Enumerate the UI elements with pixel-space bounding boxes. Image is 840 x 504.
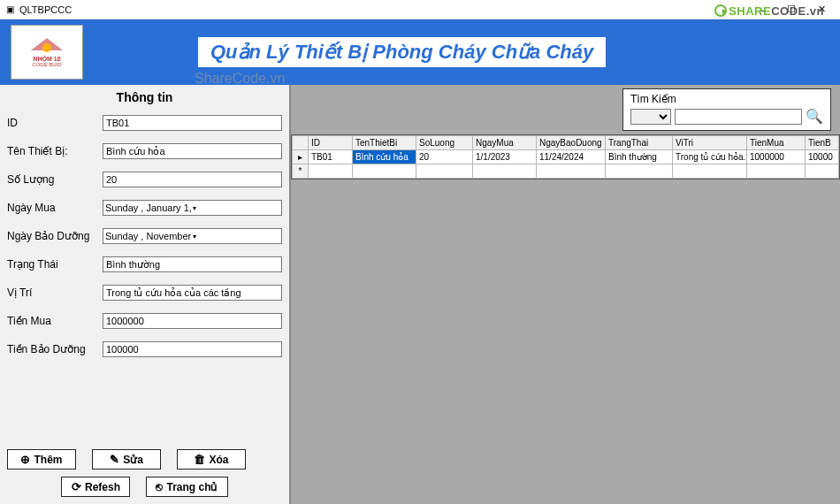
info-panel: Thông tin ID Tên Thiết Bị: Số Lượng Ngày… (0, 85, 291, 504)
exit-icon: ⎋ (156, 481, 163, 493)
col-tt[interactable]: TrangThai (606, 136, 673, 150)
label-nbd: Ngày Bảo Dưỡng (7, 230, 103, 242)
input-ten[interactable] (103, 143, 282, 159)
col-tm[interactable]: TienMua (747, 136, 806, 150)
input-trangthai[interactable] (103, 256, 282, 272)
maximize-button[interactable]: ☐ (776, 0, 806, 19)
label-nm: Ngày Mua (7, 202, 103, 214)
logo-text-2: CODE BUID (32, 62, 61, 67)
cell-vt[interactable]: Trong tủ cứu hỏa... (673, 150, 747, 164)
edit-label: Sửa (123, 454, 143, 466)
plus-circle-icon: ⊕ (20, 453, 30, 466)
col-tbd[interactable]: TienB (806, 136, 839, 150)
cell-nbd[interactable]: 11/24/2024 (537, 150, 606, 164)
input-sl[interactable] (103, 172, 282, 187)
datepicker-ngaybaoduong-text: Sunday , November 24, 2 (105, 231, 191, 241)
table-row[interactable]: ▸ TB01 Bình cứu hỏa 20 1/1/2023 11/24/20… (293, 150, 839, 164)
home-button[interactable]: ⎋ Trang chủ (146, 477, 227, 497)
input-tienbaoduong[interactable] (103, 341, 282, 357)
refresh-icon: ⟳ (72, 480, 81, 493)
cell-ten[interactable]: Bình cứu hỏa (353, 150, 416, 164)
cell-tm[interactable]: 1000000 (747, 150, 806, 164)
label-id: ID (7, 117, 103, 129)
grid-header-row: ID TenThietBi SoLuong NgayMua NgayBaoDuo… (293, 136, 839, 150)
datepicker-ngaymua-text: Sunday , January 1, 2 (105, 202, 191, 213)
add-button[interactable]: ⊕ Thêm (7, 449, 76, 470)
app-logo: NHÓM 10 CODE BUID (11, 25, 83, 80)
pencil-icon: ✎ (110, 453, 119, 466)
input-vitri[interactable] (103, 285, 282, 301)
label-vt: Vị Trí (7, 286, 103, 299)
header-title-box: Quản Lý Thiết Bị Phòng Cháy Chữa Cháy (198, 37, 606, 67)
edit-button[interactable]: ✎ Sửa (92, 449, 161, 470)
row-indicator-icon: ▸ (293, 150, 309, 164)
add-label: Thêm (34, 454, 62, 466)
label-ten: Tên Thiết Bị: (7, 145, 103, 157)
titlebar: ▣ QLTBPCCC — ☐ ✕ (0, 0, 840, 19)
chevron-down-icon: ▾ (191, 233, 280, 241)
delete-label: Xóa (209, 454, 228, 466)
header-band: NHÓM 10 CODE BUID Quản Lý Thiết Bị Phòng… (0, 19, 840, 85)
input-tienmua[interactable] (103, 313, 282, 329)
label-tm: Tiền Mua (7, 315, 103, 327)
search-box: Tìm Kiếm 🔍 (622, 88, 831, 131)
data-panel: Tìm Kiếm 🔍 ID TenThietBi SoLuong NgayMua (291, 85, 840, 504)
app-icon: ▣ (4, 4, 16, 16)
panel-title: Thông tin (7, 88, 282, 110)
input-id[interactable] (103, 115, 282, 131)
close-button[interactable]: ✕ (806, 0, 836, 19)
app-title: Quản Lý Thiết Bị Phòng Cháy Chữa Cháy (210, 41, 593, 63)
window-title: QLTBPCCC (19, 4, 746, 15)
search-title: Tìm Kiếm (630, 93, 823, 105)
cell-nm[interactable]: 1/1/2023 (473, 150, 537, 164)
logo-text-1: NHÓM 10 (33, 56, 60, 62)
col-nbd[interactable]: NgayBaoDuong (537, 136, 606, 150)
cell-tbd[interactable]: 10000 (806, 150, 839, 164)
label-tbd: Tiền Bảo Dưỡng (7, 343, 103, 355)
col-ten[interactable]: TenThietBi (353, 136, 416, 150)
cell-id[interactable]: TB01 (309, 150, 353, 164)
new-row-icon: * (293, 164, 309, 179)
refresh-label: Refesh (85, 481, 120, 493)
data-grid[interactable]: ID TenThietBi SoLuong NgayMua NgayBaoDuo… (291, 134, 840, 179)
home-label: Trang chủ (166, 482, 218, 493)
col-nm[interactable]: NgayMua (473, 136, 537, 150)
col-id[interactable]: ID (309, 136, 353, 150)
search-icon[interactable]: 🔍 (806, 108, 823, 125)
refresh-button[interactable]: ⟳ Refesh (61, 477, 130, 497)
minimize-button[interactable]: — (746, 0, 776, 19)
trash-icon: 🗑 (194, 453, 205, 466)
cell-tt[interactable]: Bình thường (606, 150, 673, 164)
col-vt[interactable]: ViTri (673, 136, 747, 150)
label-sl: Số Lượng (7, 173, 103, 186)
cell-sl[interactable]: 20 (416, 150, 473, 164)
col-sl[interactable]: SoLuong (416, 136, 473, 150)
delete-button[interactable]: 🗑 Xóa (177, 449, 246, 470)
datepicker-ngaybaoduong[interactable]: Sunday , November 24, 2 ▾ (103, 228, 282, 244)
search-input[interactable] (675, 109, 802, 125)
datepicker-ngaymua[interactable]: Sunday , January 1, 2 ▾ (103, 200, 282, 216)
search-type-select[interactable] (630, 109, 671, 125)
chevron-down-icon: ▾ (191, 204, 280, 212)
table-row-new[interactable]: * (293, 164, 839, 179)
label-tt: Trạng Thái (7, 258, 103, 271)
